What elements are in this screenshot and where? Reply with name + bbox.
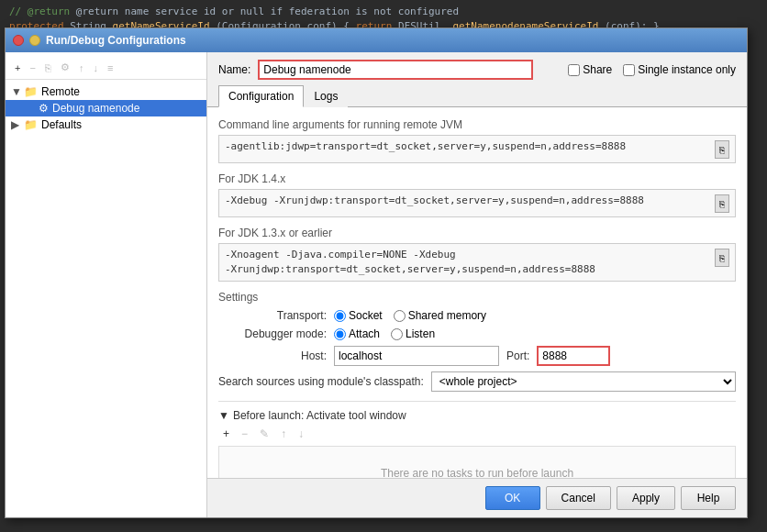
copy-jvm13-button[interactable]: ⎘: [715, 249, 729, 267]
sidebar-item-debug-label: Debug namenode: [52, 102, 139, 115]
cancel-button[interactable]: Cancel: [546, 486, 611, 510]
jvm14-command-text: -Xdebug -Xrunjdwp:transport=dt_socket,se…: [225, 194, 711, 208]
move-up-button[interactable]: ↑: [75, 61, 88, 75]
sidebar-item-defaults[interactable]: ▶ 📁 Defaults: [6, 116, 206, 133]
before-launch-header[interactable]: ▼ Before launch: Activate tool window: [218, 409, 736, 422]
classpath-select[interactable]: <whole project>: [431, 371, 736, 392]
copy-config-button[interactable]: ⎘: [41, 61, 55, 75]
share-checkbox[interactable]: [568, 64, 580, 76]
launch-up-button[interactable]: ↑: [276, 426, 291, 442]
launch-down-button[interactable]: ↓: [294, 426, 308, 442]
listen-radio-item[interactable]: Listen: [391, 327, 435, 340]
config-icon: ⚙: [39, 102, 49, 115]
sidebar-toolbar: + − ⎘ ⚙ ↑ ↓ ≡: [6, 56, 206, 80]
jvm13-command-text: -Xnoagent -Djava.compiler=NONE -Xdebug -…: [225, 248, 711, 277]
shared-memory-radio-item[interactable]: Shared memory: [394, 309, 486, 322]
transport-row: Transport: Socket Shared memory: [226, 309, 736, 322]
jvm14-label: For JDK 1.4.x: [218, 172, 736, 185]
shared-memory-label: Shared memory: [408, 309, 486, 322]
share-label: Share: [583, 63, 612, 76]
attach-radio-item[interactable]: Attach: [334, 327, 380, 340]
jvm13-label: For JDK 1.3.x or earlier: [218, 227, 736, 239]
config-content: Command line arguments for running remot…: [207, 107, 747, 478]
launch-edit-button[interactable]: ✎: [255, 426, 273, 442]
dialog-title: Run/Debug Configurations: [46, 34, 186, 47]
name-checkboxes: Share Single instance only: [568, 63, 736, 76]
attach-radio[interactable]: [334, 328, 346, 340]
sidebar-item-remote-label: Remote: [41, 85, 80, 98]
debugger-mode-row: Debugger mode: Attach Listen: [226, 327, 736, 340]
port-input[interactable]: [537, 346, 610, 366]
copy-jvm14-button[interactable]: ⎘: [715, 194, 729, 213]
single-instance-label: Single instance only: [638, 63, 736, 76]
minimize-dot[interactable]: [29, 35, 40, 46]
remote-folder-icon: 📁: [24, 85, 38, 98]
shared-memory-radio[interactable]: [394, 310, 406, 322]
launch-toolbar: + − ✎ ↑ ↓: [218, 426, 736, 442]
transport-radio-group: Socket Shared memory: [334, 309, 486, 322]
listen-label: Listen: [406, 327, 435, 340]
jvm-command-box: -agentlib:jdwp=transport=dt_socket,serve…: [218, 135, 736, 163]
right-panel: Name: Share Single instance only Confi: [207, 52, 747, 517]
expand-arrow-remote: ▼: [11, 85, 24, 98]
dialog-footer: OK Cancel Apply Help: [207, 478, 747, 517]
classpath-row: Search sources using module's classpath:…: [218, 371, 736, 392]
divider: [218, 401, 736, 402]
launch-empty-box: There are no tasks to run before launch: [218, 446, 736, 478]
port-label: Port:: [506, 349, 529, 362]
apply-button[interactable]: Apply: [617, 486, 675, 510]
jvm13-command-box: -Xnoagent -Djava.compiler=NONE -Xdebug -…: [218, 243, 736, 282]
jvm14-command-box: -Xdebug -Xrunjdwp:transport=dt_socket,se…: [218, 189, 736, 217]
socket-radio-item[interactable]: Socket: [334, 309, 383, 322]
socket-label: Socket: [349, 309, 383, 322]
host-input[interactable]: [334, 346, 499, 366]
classpath-label: Search sources using module's classpath:: [218, 375, 424, 388]
ok-button[interactable]: OK: [485, 486, 540, 510]
name-input[interactable]: [258, 60, 533, 80]
jvm-section-label: Command line arguments for running remot…: [218, 118, 736, 131]
name-row: Name: Share Single instance only: [207, 52, 747, 85]
launch-add-button[interactable]: +: [218, 426, 234, 442]
tree-area: ▼ 📁 Remote ⚙ Debug namenode ▶ 📁 Defaults: [6, 80, 206, 514]
sidebar-item-defaults-label: Defaults: [41, 118, 82, 131]
single-instance-checkbox[interactable]: [623, 64, 635, 76]
share-checkbox-item[interactable]: Share: [568, 63, 612, 76]
sidebar-item-debug-namenode[interactable]: ⚙ Debug namenode: [6, 100, 206, 116]
dialog-titlebar: Run/Debug Configurations: [6, 28, 747, 52]
tabs-row: Configuration Logs: [207, 85, 747, 107]
add-config-button[interactable]: +: [11, 61, 24, 75]
host-label: Host:: [226, 349, 327, 362]
move-down-button[interactable]: ↓: [89, 61, 102, 75]
single-instance-checkbox-item[interactable]: Single instance only: [623, 63, 736, 76]
launch-empty-text: There are no tasks to run before launch: [381, 467, 573, 478]
before-launch-arrow: ▼: [218, 409, 229, 422]
settings-config-button[interactable]: ⚙: [57, 60, 73, 75]
close-dot[interactable]: [13, 35, 24, 46]
before-launch-label: Before launch: Activate tool window: [233, 409, 406, 422]
name-label: Name:: [218, 63, 250, 76]
debugger-mode-label: Debugger mode:: [226, 327, 327, 340]
socket-radio[interactable]: [334, 310, 346, 322]
tab-configuration[interactable]: Configuration: [218, 85, 304, 107]
tab-logs[interactable]: Logs: [304, 85, 348, 107]
listen-radio[interactable]: [391, 328, 403, 340]
run-debug-dialog: Run/Debug Configurations + − ⎘ ⚙ ↑ ↓ ≡ ▼…: [5, 28, 748, 518]
debugger-mode-radio-group: Attach Listen: [334, 327, 435, 340]
launch-remove-button[interactable]: −: [237, 426, 252, 442]
host-port-row: Host: Port:: [226, 346, 736, 366]
help-button[interactable]: Help: [681, 486, 736, 510]
remove-config-button[interactable]: −: [26, 61, 39, 75]
copy-jvm-button[interactable]: ⎘: [715, 140, 729, 159]
sidebar: + − ⎘ ⚙ ↑ ↓ ≡ ▼ 📁 Remote ⚙ Debug namen: [6, 52, 207, 517]
sidebar-item-remote[interactable]: ▼ 📁 Remote: [6, 83, 206, 100]
expand-arrow-defaults: ▶: [11, 118, 24, 131]
settings-header: Settings: [218, 291, 736, 304]
sort-button[interactable]: ≡: [104, 61, 117, 75]
dialog-body: + − ⎘ ⚙ ↑ ↓ ≡ ▼ 📁 Remote ⚙ Debug namen: [6, 52, 747, 517]
settings-grid: Transport: Socket Shared memory: [218, 309, 736, 366]
port-row: Port:: [506, 346, 610, 366]
attach-label: Attach: [349, 327, 380, 340]
defaults-folder-icon: 📁: [24, 118, 38, 131]
jvm-command-text: -agentlib:jdwp=transport=dt_socket,serve…: [225, 139, 711, 154]
transport-label: Transport:: [226, 309, 327, 322]
